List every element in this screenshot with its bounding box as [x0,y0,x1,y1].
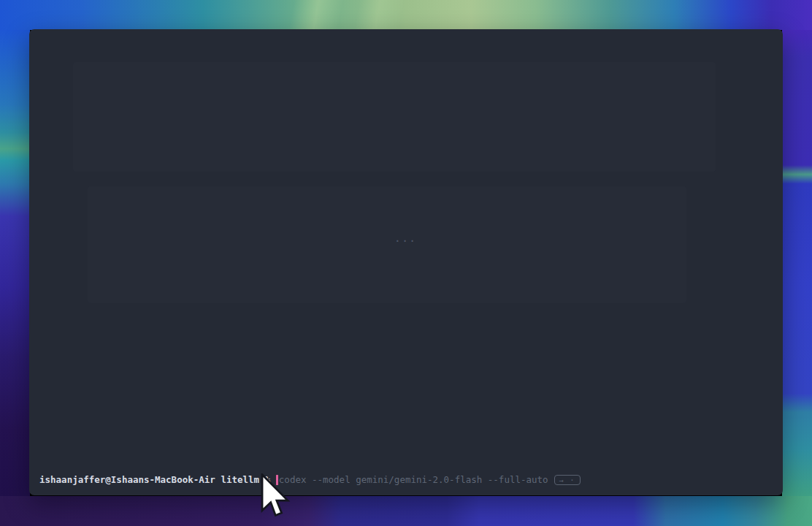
desktop: ... ishaanjaffer@Ishaans-MacBook-Airlite… [0,0,812,526]
terminal-ellipsis: ... [395,235,418,243]
faded-previous-output [88,186,686,303]
terminal-prompt-line[interactable]: ishaanjaffer@Ishaans-MacBook-Airlitellm%… [39,474,775,486]
accept-suggestion-hint-badge: → · [554,475,581,485]
terminal-window[interactable]: ... ishaanjaffer@Ishaans-MacBook-Airlite… [29,29,783,495]
wallpaper-right [782,30,812,496]
prompt-user-host: ishaanjaffer@Ishaans-MacBook-Air [39,474,215,486]
prompt-autosuggestion: codex --model gemini/gemini-2.0-flash --… [279,474,548,486]
wallpaper-bottom [0,496,812,526]
prompt-directory: litellm [221,474,259,486]
wallpaper-top [0,0,812,30]
wallpaper-left [0,30,30,496]
prompt-symbol: % [265,474,271,486]
faded-previous-output [73,62,716,172]
text-caret [276,475,278,485]
